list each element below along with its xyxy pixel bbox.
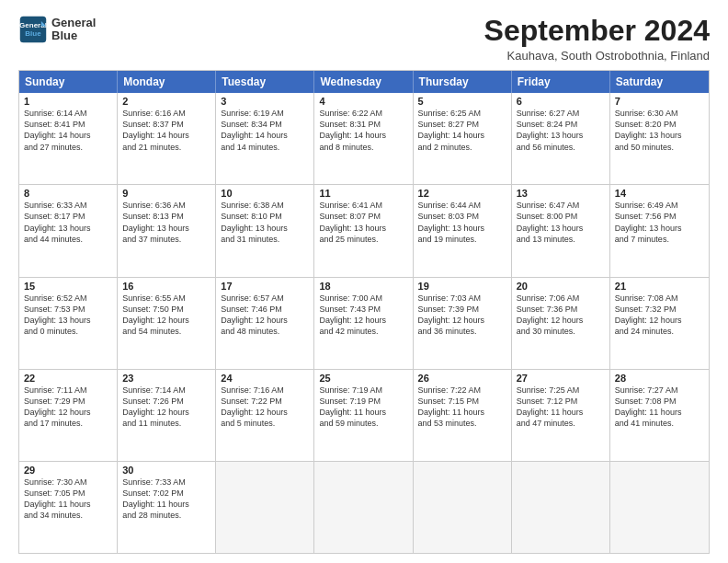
day-number: 22	[24, 373, 112, 384]
day-number: 2	[122, 96, 210, 107]
day-info: Sunrise: 6:52 AMSunset: 7:53 PMDaylight:…	[24, 293, 112, 338]
calendar-row-0: 1Sunrise: 6:14 AMSunset: 8:41 PMDaylight…	[19, 93, 709, 185]
day-header-thursday: Thursday	[414, 71, 512, 93]
day-number: 27	[517, 373, 605, 384]
calendar-row-2: 15Sunrise: 6:52 AMSunset: 7:53 PMDayligh…	[19, 278, 709, 370]
day-number: 16	[122, 281, 210, 292]
day-cell-26: 26Sunrise: 7:22 AMSunset: 7:15 PMDayligh…	[414, 370, 512, 461]
day-cell-11: 11Sunrise: 6:41 AMSunset: 8:07 PMDayligh…	[314, 185, 413, 276]
day-number: 24	[221, 373, 309, 384]
day-info: Sunrise: 6:16 AMSunset: 8:37 PMDaylight:…	[122, 108, 210, 153]
calendar-header: SundayMondayTuesdayWednesdayThursdayFrid…	[19, 71, 709, 93]
day-cell-24: 24Sunrise: 7:16 AMSunset: 7:22 PMDayligh…	[216, 370, 314, 461]
logo-icon: General Blue	[18, 15, 48, 44]
logo: General Blue General Blue	[18, 15, 96, 44]
day-number: 30	[122, 465, 210, 476]
day-cell-5: 5Sunrise: 6:25 AMSunset: 8:27 PMDaylight…	[414, 93, 512, 184]
day-cell-16: 16Sunrise: 6:55 AMSunset: 7:50 PMDayligh…	[118, 278, 216, 369]
day-info: Sunrise: 7:11 AMSunset: 7:29 PMDaylight:…	[24, 385, 112, 430]
day-cell-22: 22Sunrise: 7:11 AMSunset: 7:29 PMDayligh…	[19, 370, 118, 461]
day-cell-13: 13Sunrise: 6:47 AMSunset: 8:00 PMDayligh…	[512, 185, 610, 276]
day-number: 3	[221, 96, 309, 107]
calendar-body: 1Sunrise: 6:14 AMSunset: 8:41 PMDaylight…	[19, 93, 709, 553]
day-number: 19	[418, 281, 506, 292]
day-cell-1: 1Sunrise: 6:14 AMSunset: 8:41 PMDaylight…	[19, 93, 118, 184]
day-info: Sunrise: 6:30 AMSunset: 8:20 PMDaylight:…	[615, 108, 704, 153]
day-cell-21: 21Sunrise: 7:08 AMSunset: 7:32 PMDayligh…	[610, 278, 709, 369]
location: Kauhava, South Ostrobothnia, Finland	[484, 49, 710, 63]
day-number: 8	[24, 188, 112, 199]
day-info: Sunrise: 6:55 AMSunset: 7:50 PMDaylight:…	[122, 293, 210, 338]
day-info: Sunrise: 7:19 AMSunset: 7:19 PMDaylight:…	[319, 385, 407, 430]
page-header: General Blue General Blue September 2024…	[18, 15, 710, 63]
svg-text:Blue: Blue	[25, 29, 41, 38]
day-info: Sunrise: 7:22 AMSunset: 7:15 PMDaylight:…	[418, 385, 506, 430]
day-number: 20	[517, 281, 605, 292]
empty-cell	[216, 462, 314, 553]
day-cell-19: 19Sunrise: 7:03 AMSunset: 7:39 PMDayligh…	[414, 278, 512, 369]
day-info: Sunrise: 7:30 AMSunset: 7:05 PMDaylight:…	[24, 477, 112, 522]
day-cell-3: 3Sunrise: 6:19 AMSunset: 8:34 PMDaylight…	[216, 93, 314, 184]
day-number: 13	[517, 188, 605, 199]
day-header-tuesday: Tuesday	[216, 71, 314, 93]
day-info: Sunrise: 7:06 AMSunset: 7:36 PMDaylight:…	[517, 293, 605, 338]
day-number: 4	[319, 96, 407, 107]
day-cell-28: 28Sunrise: 7:27 AMSunset: 7:08 PMDayligh…	[610, 370, 709, 461]
day-info: Sunrise: 7:03 AMSunset: 7:39 PMDaylight:…	[418, 293, 506, 338]
day-info: Sunrise: 6:49 AMSunset: 7:56 PMDaylight:…	[615, 200, 704, 245]
day-number: 10	[221, 188, 309, 199]
day-info: Sunrise: 6:14 AMSunset: 8:41 PMDaylight:…	[24, 108, 112, 153]
day-info: Sunrise: 6:27 AMSunset: 8:24 PMDaylight:…	[517, 108, 605, 153]
day-cell-23: 23Sunrise: 7:14 AMSunset: 7:26 PMDayligh…	[118, 370, 216, 461]
day-cell-2: 2Sunrise: 6:16 AMSunset: 8:37 PMDaylight…	[118, 93, 216, 184]
calendar-page: General Blue General Blue September 2024…	[0, 0, 728, 563]
day-cell-8: 8Sunrise: 6:33 AMSunset: 8:17 PMDaylight…	[19, 185, 118, 276]
day-info: Sunrise: 6:36 AMSunset: 8:13 PMDaylight:…	[122, 200, 210, 245]
calendar-row-4: 29Sunrise: 7:30 AMSunset: 7:05 PMDayligh…	[19, 462, 709, 553]
day-header-sunday: Sunday	[19, 71, 118, 93]
day-cell-15: 15Sunrise: 6:52 AMSunset: 7:53 PMDayligh…	[19, 278, 118, 369]
day-info: Sunrise: 6:19 AMSunset: 8:34 PMDaylight:…	[221, 108, 309, 153]
day-info: Sunrise: 6:44 AMSunset: 8:03 PMDaylight:…	[418, 200, 506, 245]
day-cell-12: 12Sunrise: 6:44 AMSunset: 8:03 PMDayligh…	[414, 185, 512, 276]
day-cell-7: 7Sunrise: 6:30 AMSunset: 8:20 PMDaylight…	[610, 93, 709, 184]
day-number: 11	[319, 188, 407, 199]
calendar-row-1: 8Sunrise: 6:33 AMSunset: 8:17 PMDaylight…	[19, 185, 709, 277]
day-number: 21	[615, 281, 704, 292]
day-cell-29: 29Sunrise: 7:30 AMSunset: 7:05 PMDayligh…	[19, 462, 118, 553]
day-info: Sunrise: 7:27 AMSunset: 7:08 PMDaylight:…	[615, 385, 704, 430]
empty-cell	[314, 462, 413, 553]
day-number: 29	[24, 465, 112, 476]
calendar: SundayMondayTuesdayWednesdayThursdayFrid…	[18, 70, 710, 554]
day-info: Sunrise: 7:14 AMSunset: 7:26 PMDaylight:…	[122, 385, 210, 430]
day-number: 15	[24, 281, 112, 292]
day-info: Sunrise: 6:38 AMSunset: 8:10 PMDaylight:…	[221, 200, 309, 245]
day-number: 6	[517, 96, 605, 107]
day-number: 18	[319, 281, 407, 292]
day-info: Sunrise: 7:16 AMSunset: 7:22 PMDaylight:…	[221, 385, 309, 430]
day-number: 26	[418, 373, 506, 384]
day-header-saturday: Saturday	[610, 71, 709, 93]
day-cell-27: 27Sunrise: 7:25 AMSunset: 7:12 PMDayligh…	[512, 370, 610, 461]
day-number: 25	[319, 373, 407, 384]
day-info: Sunrise: 6:25 AMSunset: 8:27 PMDaylight:…	[418, 108, 506, 153]
day-info: Sunrise: 6:47 AMSunset: 8:00 PMDaylight:…	[517, 200, 605, 245]
day-cell-6: 6Sunrise: 6:27 AMSunset: 8:24 PMDaylight…	[512, 93, 610, 184]
empty-cell	[512, 462, 610, 553]
day-cell-30: 30Sunrise: 7:33 AMSunset: 7:02 PMDayligh…	[118, 462, 216, 553]
calendar-row-3: 22Sunrise: 7:11 AMSunset: 7:29 PMDayligh…	[19, 370, 709, 462]
day-cell-18: 18Sunrise: 7:00 AMSunset: 7:43 PMDayligh…	[314, 278, 413, 369]
day-number: 23	[122, 373, 210, 384]
day-info: Sunrise: 7:25 AMSunset: 7:12 PMDaylight:…	[517, 385, 605, 430]
day-number: 7	[615, 96, 704, 107]
day-info: Sunrise: 6:22 AMSunset: 8:31 PMDaylight:…	[319, 108, 407, 153]
day-number: 5	[418, 96, 506, 107]
day-number: 9	[122, 188, 210, 199]
day-number: 17	[221, 281, 309, 292]
day-number: 14	[615, 188, 704, 199]
empty-cell	[610, 462, 709, 553]
day-header-wednesday: Wednesday	[314, 71, 413, 93]
day-cell-9: 9Sunrise: 6:36 AMSunset: 8:13 PMDaylight…	[118, 185, 216, 276]
day-info: Sunrise: 7:08 AMSunset: 7:32 PMDaylight:…	[615, 293, 704, 338]
day-number: 1	[24, 96, 112, 107]
